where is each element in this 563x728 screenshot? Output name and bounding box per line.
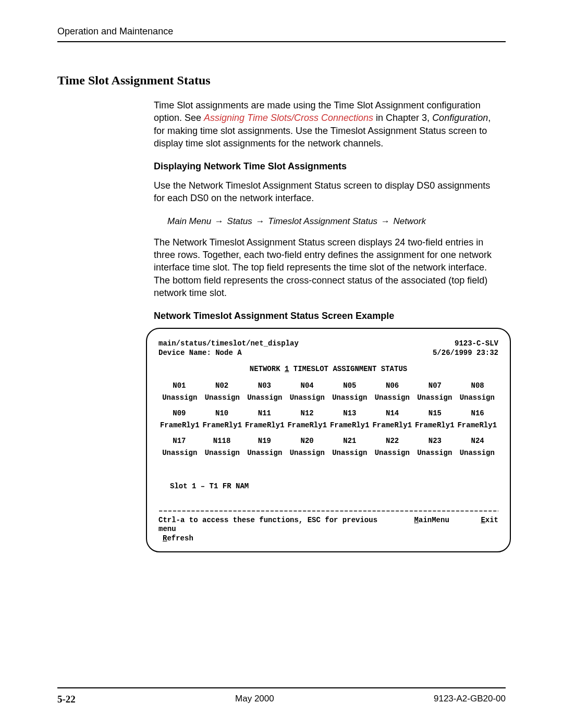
exit-button[interactable]: Exit <box>481 516 498 525</box>
menu-path: Main Menu → Status → Timeslot Assignment… <box>167 216 500 227</box>
slot-row-1-labels: N01 N02 N03 N04 N05 N06 N07 N08 <box>158 381 498 391</box>
slot-value: FrameRly1 <box>328 421 371 430</box>
term-title-b: TIMESLOT ASSIGNMENT STATUS <box>289 365 407 373</box>
slot-label: N08 <box>457 381 498 391</box>
slot-value: Unassign <box>371 393 414 403</box>
slot-value: Unassign <box>286 449 329 458</box>
slot-label: N04 <box>286 381 328 391</box>
slot-row-2-labels: N09 N10 N11 N12 N13 N14 N15 N16 <box>158 409 498 418</box>
slot-value: FrameRly1 <box>371 421 414 430</box>
intro-chapter: Configuration <box>432 113 488 123</box>
section-title: Time Slot Assignment Status <box>57 73 506 88</box>
slot-label: N21 <box>329 437 371 446</box>
arrow-icon: → <box>254 216 265 226</box>
slot-value: FrameRly1 <box>286 421 329 430</box>
slot-row-2-values: FrameRly1 FrameRly1 FrameRly1 FrameRly1 … <box>158 421 498 430</box>
slot-label: N09 <box>158 409 200 418</box>
nav-a: Main Menu <box>167 216 214 226</box>
exit-key: E <box>481 516 485 524</box>
screen-example-title: Network Timeslot Assignment Status Scree… <box>154 311 500 322</box>
slot-label: N10 <box>201 409 243 418</box>
mainmenu-key: M <box>414 516 419 524</box>
mainmenu-rest: ainMenu <box>419 516 449 524</box>
slot-value: Unassign <box>456 449 499 458</box>
term-path: main/status/timeslot/net_display <box>158 339 299 349</box>
slot-value: Unassign <box>286 393 329 403</box>
term-model: 9123-C-SLV <box>455 339 498 349</box>
slot-value: FrameRly1 <box>456 421 499 430</box>
slot-value: Unassign <box>158 393 201 403</box>
cross-ref-link[interactable]: Assigning Time Slots/Cross Connections <box>204 113 373 123</box>
nav-d: Network <box>391 216 426 226</box>
arrow-icon: → <box>214 216 225 226</box>
slot-label: N22 <box>372 437 413 446</box>
intro-paragraph: Time Slot assignments are made using the… <box>154 99 500 150</box>
slot-label: N12 <box>286 409 328 418</box>
slot-value: Unassign <box>243 393 286 403</box>
refresh-button[interactable]: Refresh <box>163 534 383 544</box>
terminal-screen: main/status/timeslot/net_display 9123-C-… <box>146 328 511 552</box>
slot-label: N14 <box>372 409 413 418</box>
slot-label: N13 <box>329 409 371 418</box>
slot-label: N02 <box>201 381 243 391</box>
refresh-rest: efresh <box>167 534 193 542</box>
slot-value: Unassign <box>456 393 499 403</box>
sub1-para1: Use the Network Timeslot Assignment Stat… <box>154 179 500 205</box>
nav-b: Status <box>225 216 255 226</box>
slot-value: Unassign <box>328 393 371 403</box>
slot-label: N15 <box>414 409 456 418</box>
slot-row-3-labels: N17 N118 N19 N20 N21 N22 N23 N24 <box>158 437 498 446</box>
slot-label: N20 <box>286 437 328 446</box>
footer-date: May 2000 <box>235 694 274 705</box>
slot-label: N07 <box>414 381 456 391</box>
term-title-a: NETWORK <box>250 365 285 373</box>
slot-value: Unassign <box>413 393 456 403</box>
intro-text-b: in Chapter 3, <box>373 113 432 123</box>
exit-rest: xit <box>485 516 498 524</box>
slot-value: Unassign <box>328 449 371 458</box>
slot-label: N05 <box>329 381 371 391</box>
page-header: Operation and Maintenance <box>57 26 506 42</box>
slot-label: N11 <box>244 409 286 418</box>
slot-value: FrameRly1 <box>243 421 286 430</box>
page-number: 5-22 <box>57 694 76 705</box>
slot-label: N01 <box>158 381 200 391</box>
slot-value: FrameRly1 <box>413 421 456 430</box>
slot-value: Unassign <box>371 449 414 458</box>
slot-value: Unassign <box>201 393 244 403</box>
slot-value: FrameRly1 <box>201 421 244 430</box>
term-title: NETWORK 1 TIMESLOT ASSIGNMENT STATUS <box>158 365 498 374</box>
slot-label: N06 <box>372 381 413 391</box>
slot-label: N24 <box>457 437 498 446</box>
slot-label: N17 <box>158 437 200 446</box>
mainmenu-button[interactable]: MainMenu <box>414 516 449 525</box>
sub1-para2: The Network Timeslot Assignment Status s… <box>154 236 500 299</box>
slot-row-3-values: Unassign Unassign Unassign Unassign Unas… <box>158 449 498 458</box>
arrow-icon: → <box>380 216 391 226</box>
slot-row-1-values: Unassign Unassign Unassign Unassign Unas… <box>158 393 498 403</box>
slot-label: N19 <box>244 437 286 446</box>
separator: ––––––––––––––––––––––––––––––––––––––––… <box>158 507 498 516</box>
slot-value: Unassign <box>201 449 244 458</box>
slot-value: Unassign <box>413 449 456 458</box>
footer-docid: 9123-A2-GB20-00 <box>434 694 506 705</box>
slot-label: N03 <box>244 381 286 391</box>
nav-c: Timeslot Assignment Status <box>265 216 380 226</box>
slot-label: N118 <box>201 437 243 446</box>
term-datetime: 5/26/1999 23:32 <box>433 349 498 358</box>
subsection-heading: Displaying Network Time Slot Assignments <box>154 161 500 172</box>
footer-hint: Ctrl-a to access these functions, ESC fo… <box>158 516 383 534</box>
slot-value: Unassign <box>243 449 286 458</box>
slot-value: Unassign <box>158 449 201 458</box>
slot-info: Slot 1 – T1 FR NAM <box>170 482 498 491</box>
slot-label: N16 <box>457 409 498 418</box>
term-device-name: Device Name: Node A <box>158 349 242 358</box>
slot-label: N23 <box>414 437 456 446</box>
slot-value: FrameRly1 <box>158 421 201 430</box>
page-footer: 5-22 May 2000 9123-A2-GB20-00 <box>57 687 506 705</box>
